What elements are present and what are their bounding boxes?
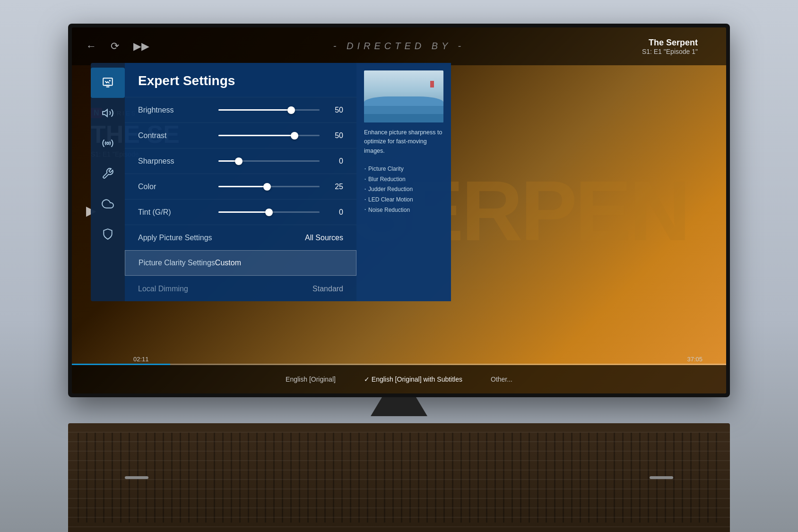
contrast-label: Contrast [138,131,214,140]
settings-sidebar [91,63,125,301]
show-info: The Serpent S1: E1 "Episode 1" [642,38,698,55]
local-dimming-row[interactable]: Local Dimming Standard [125,276,356,301]
local-dimming-label: Local Dimming [138,285,312,293]
directed-by-text: - DIRECTED BY - [333,41,465,52]
cabinet-handle-right [650,476,673,479]
feature-item-5: ⋅ Noise Reduction [364,205,443,216]
brightness-label: Brightness [138,106,214,114]
contrast-row[interactable]: Contrast 50 [125,122,356,148]
picture-clarity-row[interactable]: Picture Clarity Settings Custom [125,250,356,276]
color-row[interactable]: Color 25 [125,174,356,199]
sharpness-value: 0 [324,157,343,166]
color-value: 25 [324,183,343,191]
color-slider[interactable] [214,186,324,187]
episode-info: S1: E1 "Episode 1" [642,48,698,55]
cabinet-handle-left [125,476,148,479]
back-icon[interactable]: ← [86,40,96,52]
brightness-row[interactable]: Brightness 50 [125,97,356,122]
sidebar-item-picture[interactable] [91,68,125,98]
feature-item-3: ⋅ Judder Reduction [364,184,443,195]
tv-cabinet [68,423,730,532]
subtitle-bar: English [Original] English [Original] wi… [72,365,726,393]
expert-settings-panel: Expert Settings Brightness 50 [125,63,356,301]
tools-icon [102,167,114,180]
color-label: Color [138,183,214,191]
room-background: SERPEN ← ⟳ ▶▶ The Serpent S1: E1 "Episod… [0,0,798,532]
shield-icon [102,228,114,240]
subtitle-option-1[interactable]: English [Original] [286,375,336,383]
broadcast-icon [102,137,114,149]
info-panel: Enhance picture sharpness to optimize fo… [356,63,451,301]
apply-picture-label: Apply Picture Settings [138,234,305,242]
sidebar-item-tools[interactable] [91,158,125,189]
sidebar-item-shield[interactable] [91,219,125,249]
svg-point-2 [107,142,109,144]
sound-icon [102,107,114,119]
show-name: The Serpent [642,38,698,48]
svg-point-1 [109,80,111,81]
tint-slider[interactable] [214,211,324,213]
feature-item-4: ⋅ LED Clear Motion [364,195,443,205]
picture-clarity-label: Picture Clarity Settings [139,259,215,267]
tint-row[interactable]: Tint (G/R) 0 [125,199,356,225]
settings-overlay: Expert Settings Brightness 50 [91,63,451,301]
picture-icon [102,77,114,89]
sharpness-row[interactable]: Sharpness 0 [125,148,356,174]
skip-icon[interactable]: ▶▶ [133,40,149,52]
brightness-value: 50 [324,106,343,114]
feature-item-1: ⋅ Picture Clarity [364,164,443,174]
subtitle-option-3[interactable]: Other... [491,375,512,383]
contrast-value: 50 [324,131,343,140]
cloud-icon [102,198,114,210]
expert-settings-title: Expert Settings [125,63,356,97]
tv-stand [371,397,427,416]
preview-image [364,70,443,122]
feature-list: ⋅ Picture Clarity ⋅ Blur Reduction ⋅ Jud… [364,164,443,215]
sidebar-item-sound[interactable] [91,98,125,128]
apply-picture-settings-row[interactable]: Apply Picture Settings All Sources [125,225,356,250]
top-bar: ← ⟳ ▶▶ The Serpent S1: E1 "Episode 1" - … [72,27,726,65]
tv-screen: SERPEN ← ⟳ ▶▶ The Serpent S1: E1 "Episod… [72,27,726,393]
brightness-slider[interactable] [214,109,324,111]
apply-picture-value: All Sources [305,234,343,242]
feature-item-2: ⋅ Blur Reduction [364,174,443,185]
sharpness-label: Sharpness [138,157,214,166]
picture-clarity-value: Custom [215,259,241,267]
local-dimming-value: Standard [312,285,343,293]
sidebar-item-cloud[interactable] [91,189,125,219]
sidebar-item-broadcast[interactable] [91,128,125,158]
contrast-slider[interactable] [214,135,324,136]
subtitle-option-2[interactable]: English [Original] with Subtitles [364,375,462,383]
replay-icon[interactable]: ⟳ [111,40,119,52]
tv-body: SERPEN ← ⟳ ▶▶ The Serpent S1: E1 "Episod… [68,24,730,397]
tv-bezel: SERPEN ← ⟳ ▶▶ The Serpent S1: E1 "Episod… [68,24,730,397]
tint-value: 0 [324,208,343,217]
info-description: Enhance picture sharpness to optimize fo… [364,128,443,156]
sharpness-slider[interactable] [214,160,324,162]
tint-label: Tint (G/R) [138,208,214,217]
